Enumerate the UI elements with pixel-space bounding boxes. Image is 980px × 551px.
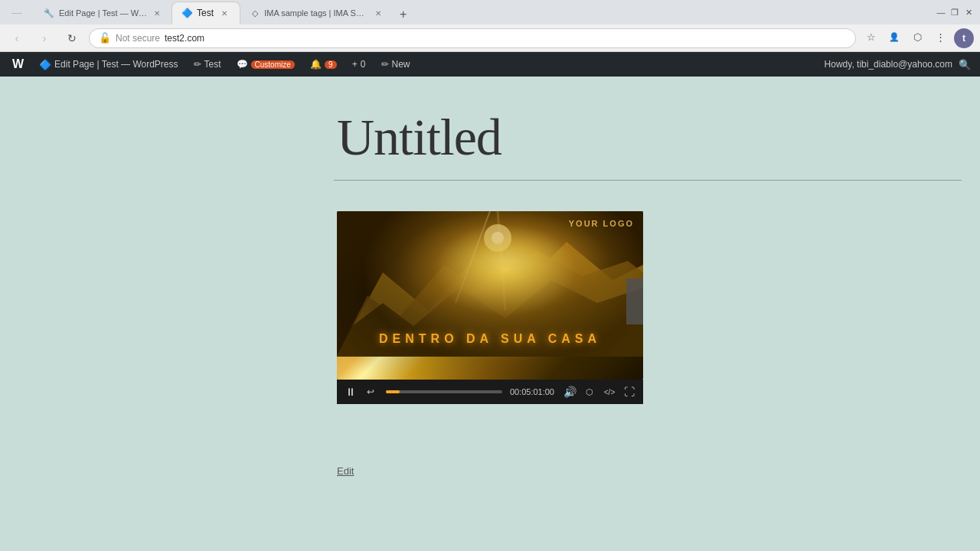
video-logo: YOUR LOGO [569, 219, 634, 228]
page-content: Untitled [0, 77, 980, 507]
tab1-label: Edit Page | Test — WordPress [59, 8, 148, 18]
wp-customize-icon: ✏ [194, 59, 201, 70]
tab1-close[interactable]: ✕ [152, 7, 162, 19]
wp-logo-icon: W [12, 57, 24, 71]
tab3-close[interactable]: ✕ [373, 7, 384, 19]
video-overlay [337, 211, 643, 380]
wp-site-icon: 🔷 [39, 59, 51, 70]
fullscreen-button[interactable]: ⛶ [622, 384, 637, 399]
tab-edit-page[interactable]: 🔧 Edit Page | Test — WordPress ✕ [34, 2, 172, 24]
wp-comments[interactable]: 💬 Customize [230, 52, 301, 77]
play-pause-button[interactable]: ⏸ [343, 384, 358, 399]
wp-logo-item[interactable]: W [6, 52, 30, 77]
wp-customize-label: Test [204, 59, 221, 70]
progress-bar[interactable] [386, 390, 502, 393]
wp-admin-right: Howdy, tibi_diablo@yahoo.com 🔍 [825, 55, 974, 73]
address-input-box[interactable]: 🔓 Not secure test2.com [89, 28, 856, 48]
bookmark-star-icon[interactable]: ☆ [862, 28, 880, 47]
wp-new-icon: + [352, 59, 358, 70]
wp-comments-zero[interactable]: 🔔 9 [304, 52, 343, 77]
tab3-label: IMA sample tags | IMA SDK fo... [264, 8, 368, 18]
window-restore[interactable]: ❐ [949, 7, 960, 18]
back-button[interactable]: ‹ [6, 28, 28, 49]
title-bar: — 🔧 Edit Page | Test — WordPress ✕ 🔷 Tes… [0, 0, 980, 24]
extension-icon[interactable]: ⬡ [908, 28, 926, 47]
security-icon: 🔓 [99, 32, 111, 44]
wp-comments-badge: Customize [251, 60, 295, 69]
time-display: 00:05:01:00 [510, 387, 554, 396]
wp-edit-label: New [392, 59, 410, 70]
wp-search-icon[interactable]: 🔍 [956, 55, 974, 73]
address-icons: ☆ 👤 ⬡ ⋮ t [862, 28, 974, 48]
video-side-bar [626, 279, 643, 324]
profile-icon[interactable]: 👤 [885, 28, 903, 47]
wp-comments-zero-badge: 9 [325, 60, 337, 69]
wp-new[interactable]: + 0 [346, 52, 372, 77]
browser-window: — 🔧 Edit Page | Test — WordPress ✕ 🔷 Tes… [0, 0, 980, 507]
url-display: test2.com [165, 33, 204, 44]
right-controls: 🔊 ⬡ </> ⛶ [562, 384, 637, 399]
tab2-close[interactable]: ✕ [218, 7, 230, 19]
wp-edit-page[interactable]: ✏ New [375, 52, 416, 77]
video-wrapper: YOUR LOGO DENTRO DA SUA CASA ⏸ ↩ 00:05:0… [337, 211, 643, 404]
wp-new-label: 0 [361, 59, 366, 70]
forward-button[interactable]: › [34, 28, 55, 49]
video-controls: ⏸ ↩ 00:05:01:00 🔊 ⬡ </> ⛶ [337, 380, 643, 404]
window-minimize[interactable]: — [936, 7, 946, 18]
wp-howdy: Howdy, tibi_diablo@yahoo.com [825, 59, 952, 70]
tab2-favicon: 🔷 [181, 8, 192, 18]
wp-edit-icon: ✏ [381, 59, 389, 70]
embed-button[interactable]: </> [602, 384, 617, 399]
tab3-favicon: ◇ [250, 8, 260, 18]
tab-ima[interactable]: ◇ IMA sample tags | IMA SDK fo... ✕ [240, 2, 394, 24]
video-caption: DENTRO DA SUA CASA [379, 332, 601, 346]
share-button[interactable]: ⬡ [582, 384, 597, 399]
wp-comments-icon2: 🔔 [310, 59, 322, 70]
edit-link[interactable]: Edit [337, 465, 804, 477]
user-avatar[interactable]: t [954, 28, 974, 48]
tab-test[interactable]: 🔷 Test ✕ [172, 2, 240, 24]
wp-admin-bar: W 🔷 Edit Page | Test — WordPress ✏ Test … [0, 52, 980, 77]
video-container[interactable]: YOUR LOGO DENTRO DA SUA CASA [337, 211, 643, 380]
wp-comments-icon: 💬 [237, 59, 248, 70]
volume-button[interactable]: 🔊 [562, 384, 577, 399]
address-bar: ‹ › ↻ 🔓 Not secure test2.com ☆ 👤 ⬡ ⋮ t [0, 24, 980, 52]
reload-button[interactable]: ↻ [61, 28, 83, 49]
wp-site-label: Edit Page | Test — WordPress [54, 59, 178, 70]
content-inner: Untitled [176, 107, 804, 477]
minimize-btn[interactable]: — [6, 2, 28, 23]
window-close[interactable]: ✕ [963, 7, 974, 18]
security-label: Not secure [116, 33, 160, 44]
page-divider [334, 180, 962, 181]
progress-fill [386, 390, 400, 393]
tab1-favicon: 🔧 [44, 8, 54, 18]
menu-dots-icon[interactable]: ⋮ [931, 28, 949, 47]
tab2-label: Test [197, 8, 214, 18]
new-tab-button[interactable]: + [394, 5, 413, 24]
wp-site-name[interactable]: 🔷 Edit Page | Test — WordPress [33, 52, 184, 77]
page-title: Untitled [337, 107, 804, 168]
wp-customize[interactable]: ✏ Test [188, 52, 227, 77]
rewind-button[interactable]: ↩ [363, 384, 378, 399]
